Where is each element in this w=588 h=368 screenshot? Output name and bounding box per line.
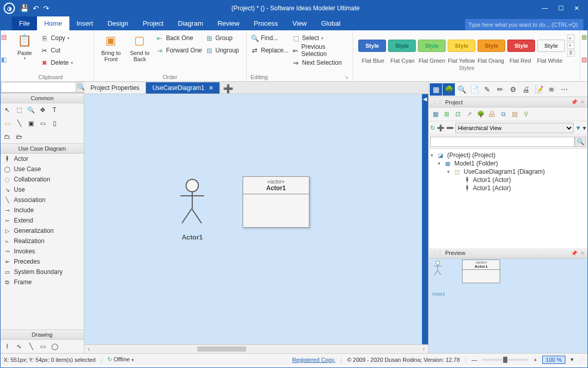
- tree-diagram[interactable]: ▾◫UseCaseDiagram1 (Diagram): [431, 168, 585, 176]
- diagram-canvas[interactable]: Actor1 «actor» Actor1: [84, 94, 422, 344]
- project-tree[interactable]: ▾◪(Project) (Project) ▾▦Model1 (Folder) …: [429, 149, 587, 248]
- panel-close-icon[interactable]: ✕: [580, 99, 584, 105]
- drawtool-curve-icon[interactable]: ∿: [14, 341, 24, 352]
- styles-scroll-down-icon[interactable]: ▾: [567, 42, 575, 49]
- tab-close-icon[interactable]: ✕: [209, 85, 213, 91]
- tool-image-icon[interactable]: ▣: [26, 118, 36, 128]
- tree-actor1[interactable]: 🕴Actor1 (Actor): [431, 176, 585, 184]
- cut-button[interactable]: ✂Cut: [41, 45, 73, 56]
- preview-canvas[interactable]: Actor1 «actor» Actor1: [429, 259, 587, 354]
- expand-icon[interactable]: ▾: [431, 153, 436, 158]
- preview-pin-icon[interactable]: 📌: [571, 250, 577, 256]
- tree-model[interactable]: ▾▦Model1 (Folder): [431, 159, 585, 168]
- rtool-search-icon[interactable]: 🔍: [455, 83, 468, 96]
- tool-association[interactable]: ╲Association: [1, 195, 84, 205]
- prj-btn9-icon[interactable]: ⚲: [521, 109, 531, 119]
- prev-selection-button[interactable]: ⇐Previous Selection: [292, 45, 349, 56]
- toolbox-search-input[interactable]: [1, 82, 76, 93]
- tool-lasso-icon[interactable]: ⬚: [14, 105, 24, 115]
- tool-container-icon[interactable]: ▭: [38, 118, 48, 128]
- rtool-styles-icon[interactable]: ✏: [494, 83, 506, 96]
- canvas-collapse-handle[interactable]: ◀: [422, 94, 428, 344]
- style-btn-blue[interactable]: Style: [358, 40, 386, 52]
- prj-btn1-icon[interactable]: ▦: [430, 109, 440, 119]
- expand-icon-3[interactable]: ▾: [447, 169, 452, 174]
- ribbon-tool-4-icon[interactable]: ▧: [581, 56, 587, 63]
- rtool-notes-icon[interactable]: 📝: [532, 83, 545, 96]
- prj-btn6-icon[interactable]: 品: [487, 109, 497, 119]
- ribbon-tool-2-icon[interactable]: ◧: [1, 56, 7, 63]
- ungroup-button[interactable]: ⊟Ungroup: [205, 45, 239, 56]
- hscroll-right-icon[interactable]: ›: [419, 345, 428, 353]
- app-logo-icon[interactable]: ◑: [4, 3, 15, 14]
- drawtool-line-icon[interactable]: ╲: [26, 341, 36, 352]
- panel-pin-icon[interactable]: 📌: [571, 99, 577, 105]
- menu-insert[interactable]: Insert: [69, 16, 101, 30]
- menu-process[interactable]: Process: [247, 16, 285, 30]
- redo-icon[interactable]: ↷: [43, 4, 49, 12]
- style-btn-yellow[interactable]: Style: [448, 40, 475, 52]
- ribbon-tool-3-icon[interactable]: ▦: [581, 33, 587, 41]
- menu-global[interactable]: Global: [314, 16, 348, 30]
- style-btn-white[interactable]: Style: [537, 40, 565, 52]
- menu-project[interactable]: Project: [136, 16, 171, 30]
- prj-btn4-icon[interactable]: ↗: [464, 109, 474, 119]
- tab-usecase-diagram[interactable]: UseCaseDiagram1✕: [146, 82, 219, 94]
- rtool-print-icon[interactable]: 🖨: [520, 83, 532, 96]
- tool-rect-icon[interactable]: ▯: [49, 118, 60, 128]
- grip-icon[interactable]: ⋮⋮: [432, 99, 443, 105]
- preview-close-icon[interactable]: ✕: [580, 250, 584, 256]
- drawing-section-header[interactable]: Drawing: [1, 329, 84, 340]
- tool-folder-icon[interactable]: 🗀: [2, 132, 12, 142]
- tool-invokes[interactable]: ⤳Invokes: [1, 246, 84, 256]
- undo-icon[interactable]: ↶: [33, 4, 39, 12]
- hscroll-left-icon[interactable]: ‹: [84, 345, 93, 353]
- tool-generalization[interactable]: ▷Generalization: [1, 226, 84, 236]
- tool-precedes[interactable]: ⤜Precedes: [1, 256, 84, 267]
- prj-add-icon[interactable]: ➕: [437, 124, 445, 132]
- style-btn-orange[interactable]: Style: [477, 40, 505, 52]
- drawtool-ellipse-icon[interactable]: ◯: [49, 341, 60, 352]
- find-button[interactable]: 🔍Find...: [251, 32, 289, 44]
- prj-filter-icon[interactable]: ▼: [575, 124, 581, 132]
- prj-remove-icon[interactable]: ➖: [446, 124, 454, 132]
- tree-actor2[interactable]: 🕴Actor1 (Actor): [431, 184, 585, 192]
- tool-zoom-icon[interactable]: 🔍: [26, 105, 36, 115]
- style-btn-cyan[interactable]: Style: [388, 40, 416, 52]
- tool-frame[interactable]: ⧉Frame: [1, 277, 84, 287]
- rtool-edit-icon[interactable]: ✎: [481, 83, 493, 96]
- editing-expand-icon[interactable]: ↘: [344, 75, 348, 80]
- tab-project-properties[interactable]: Project Properties: [84, 82, 146, 94]
- tool-usecase[interactable]: ◯Use Case: [1, 164, 84, 174]
- zoom-in-button[interactable]: +: [534, 357, 537, 363]
- close-window-button[interactable]: ✕: [574, 5, 579, 12]
- minimize-button[interactable]: —: [542, 5, 548, 12]
- status-resize-grip-icon[interactable]: ⋰: [579, 356, 584, 363]
- prj-btn3-icon[interactable]: ⊡: [453, 109, 463, 119]
- canvas-actor-stick[interactable]: Actor1: [177, 179, 208, 241]
- project-search-button[interactable]: 🔍: [575, 137, 586, 147]
- menu-review[interactable]: Review: [210, 16, 247, 30]
- tool-note-icon[interactable]: ▭: [2, 118, 12, 128]
- menu-file[interactable]: File: [12, 16, 37, 30]
- expand-icon-2[interactable]: ▾: [438, 161, 443, 166]
- ribbon-tool-1-icon[interactable]: ▤: [1, 33, 7, 41]
- drawtool-rect-icon[interactable]: ▭: [38, 341, 48, 352]
- tab-add-button[interactable]: ➕: [220, 84, 236, 94]
- styles-expand-icon[interactable]: ≣: [567, 50, 575, 57]
- rtool-gear-icon[interactable]: ⚙: [507, 83, 519, 96]
- menu-design[interactable]: Design: [100, 16, 135, 30]
- tool-actor[interactable]: 🕴Actor: [1, 154, 84, 164]
- menu-diagram[interactable]: Diagram: [171, 16, 210, 30]
- status-registered-link[interactable]: Registered Copy.: [292, 357, 335, 363]
- zoom-out-button[interactable]: —: [471, 357, 477, 363]
- grip-icon-2[interactable]: ⋮⋮: [432, 250, 443, 256]
- paste-button[interactable]: 📋 Paste ▾: [12, 32, 38, 61]
- tool-text-icon[interactable]: T: [49, 105, 60, 115]
- tool-pan-icon[interactable]: ✥: [38, 105, 48, 115]
- back-one-button[interactable]: ⇤Back One: [156, 32, 202, 44]
- rtool-more-icon[interactable]: ⋯: [558, 83, 571, 96]
- view-mode-select[interactable]: Hierarchical View: [455, 123, 574, 133]
- maximize-button[interactable]: ☐: [558, 5, 564, 12]
- tool-use[interactable]: ↘Use: [1, 185, 84, 195]
